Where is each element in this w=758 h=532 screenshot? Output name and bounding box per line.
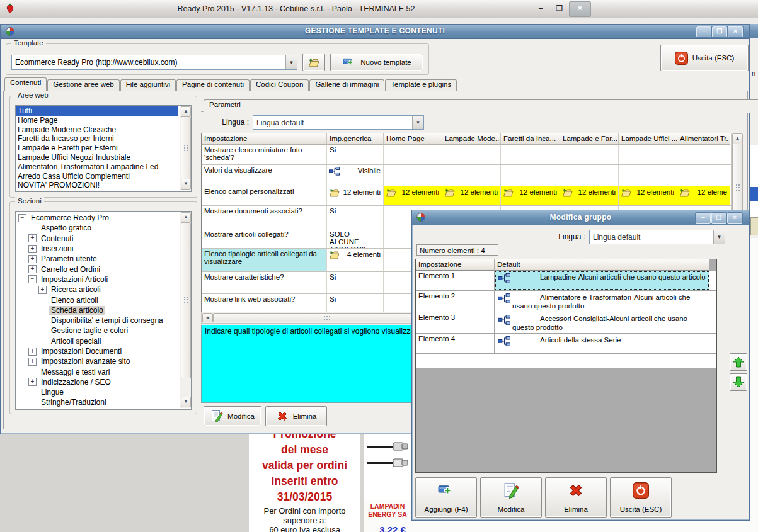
tree-item[interactable]: Messaggi e testi vari: [16, 366, 178, 376]
dialog-table-empty-row[interactable]: [416, 354, 716, 368]
setting-name-cell[interactable]: Mostrare caratteristiche?: [202, 272, 327, 293]
scroll-down-icon[interactable]: ▼: [181, 397, 191, 407]
area-value-cell[interactable]: [384, 165, 442, 186]
tab-parametri[interactable]: Parametri: [204, 99, 758, 113]
area-value-cell[interactable]: 12 elementi: [619, 186, 677, 205]
window-close-button[interactable]: ×: [728, 26, 743, 37]
area-value-cell[interactable]: [442, 165, 501, 186]
setting-name-cell[interactable]: Mostrare link web associati?: [202, 294, 327, 312]
uscita-esc--button[interactable]: Uscita (ESC): [610, 477, 672, 518]
tree-expander-icon[interactable]: +: [28, 245, 37, 253]
column-header[interactable]: Faretti da Inca...: [501, 133, 560, 145]
generic-value-cell[interactable]: SOLO ALCUNE TIPOLOGIE: [327, 229, 384, 248]
sezioni-tree[interactable]: −Ecommerce Ready ProAspetto grafico+Cont…: [15, 211, 192, 410]
tree-item[interactable]: −Ecommerce Ready Pro: [16, 213, 178, 223]
aree-web-list[interactable]: TuttiHome PageLampade Moderne ClassicheF…: [15, 105, 192, 192]
scroll-up-icon[interactable]: ▲: [732, 133, 743, 144]
tree-expander-icon[interactable]: +: [28, 265, 37, 273]
tree-item[interactable]: Pannello amministrativo: [16, 408, 178, 410]
area-value-cell[interactable]: [501, 165, 560, 186]
area-value-cell[interactable]: [560, 165, 619, 186]
setting-name-cell[interactable]: Valori da visualizzare: [202, 165, 327, 186]
area-value-cell[interactable]: [560, 145, 619, 164]
column-header[interactable]: Alimentatori Tr.: [677, 133, 730, 145]
window-maximize-button[interactable]: ❒: [712, 26, 727, 37]
tree-expander-icon[interactable]: +: [28, 255, 37, 263]
tree-item[interactable]: +Impostazioni avanzate sito: [16, 356, 178, 366]
aree-web-scrollbar[interactable]: ▲ ▼: [180, 106, 191, 190]
area-value-cell[interactable]: 12 elementi: [501, 186, 560, 205]
tree-item[interactable]: Stringhe/Traduzioni: [16, 397, 178, 407]
tree-expander-icon[interactable]: +: [28, 234, 37, 242]
table-row[interactable]: Valori da visualizzareVisibile: [202, 165, 732, 186]
list-item[interactable]: Alimentatori Trasformatori Lampadine Led: [16, 162, 178, 172]
element-value-cell[interactable]: Accessori Consigliati-Alcuni articoli ch…: [495, 312, 709, 333]
scroll-up-icon[interactable]: ▲: [181, 212, 191, 223]
dialog-lingua-select[interactable]: Lingua default ▼: [589, 230, 725, 244]
tree-item[interactable]: Articoli speciali: [16, 336, 178, 346]
tree-item[interactable]: +Impostazioni Documenti: [16, 346, 178, 356]
column-header[interactable]: Default: [495, 259, 709, 271]
column-header[interactable]: Lampade e Far...: [560, 133, 619, 145]
element-value-cell[interactable]: Alimentatore e Trasformatori-Alcuni arti…: [495, 291, 709, 312]
element-name-cell[interactable]: Elemento 1: [416, 271, 495, 290]
list-item[interactable]: Tutti: [16, 106, 178, 116]
setting-name-cell[interactable]: Mostrare elenco miniature foto 'scheda'?: [202, 145, 327, 164]
setting-name-cell[interactable]: Elenco campi personalizzati: [202, 186, 327, 205]
scrollbar-thumb[interactable]: [181, 116, 191, 180]
table-row[interactable]: Elemento 4Articoli della stessa Serie: [416, 334, 716, 354]
area-value-cell[interactable]: 12 elementi: [560, 186, 619, 205]
generic-value-cell[interactable]: Si: [327, 145, 384, 164]
element-name-cell[interactable]: Elemento 2: [416, 291, 495, 312]
list-item[interactable]: Faretti da Incasso per Interni: [16, 134, 178, 144]
area-value-cell[interactable]: [619, 145, 677, 164]
area-value-cell[interactable]: 12 eleme: [677, 186, 730, 205]
sezioni-scrollbar[interactable]: ▲ ▼: [180, 212, 191, 408]
element-value-cell[interactable]: Lampadine-Alcuni articoli che usano ques…: [495, 271, 709, 290]
area-value-cell[interactable]: 12 elementi: [442, 186, 501, 205]
tree-item[interactable]: Disponibilita' e tempi di consegna: [16, 315, 178, 325]
tree-item[interactable]: +Ricerca articoli: [16, 285, 178, 295]
table-row[interactable]: Mostrare elenco miniature foto 'scheda'?…: [202, 145, 732, 165]
app-close-button[interactable]: ×: [569, 1, 591, 17]
dialog-maximize-button[interactable]: ❒: [711, 213, 726, 224]
generic-value-cell[interactable]: Visibile: [327, 165, 384, 186]
column-header[interactable]: Imp.generica: [327, 133, 384, 145]
generic-value-cell[interactable]: 12 elementi: [327, 186, 384, 205]
app-minimize-button[interactable]: –: [533, 4, 548, 14]
scroll-up-icon[interactable]: ▲: [181, 106, 191, 117]
tab-pagine-di-contenuti[interactable]: Pagine di contenuti: [176, 79, 250, 91]
tree-expander-icon[interactable]: −: [28, 275, 37, 283]
column-header[interactable]: Impostazione: [202, 133, 327, 145]
tree-expander-icon[interactable]: +: [28, 358, 37, 366]
tab-file-aggiuntivi[interactable]: File aggiuntivi: [120, 79, 176, 91]
modifica-button[interactable]: Modifica: [204, 406, 261, 426]
column-header[interactable]: Lampade Mode...: [442, 133, 501, 145]
tree-expander-icon[interactable]: +: [38, 286, 47, 294]
area-value-cell[interactable]: [384, 145, 442, 164]
scroll-left-icon[interactable]: ◄: [202, 313, 213, 322]
table-row[interactable]: Elemento 2Alimentatore e Trasformatori-A…: [416, 291, 716, 312]
tab-gallerie-di-immagini[interactable]: Gallerie di immagini: [309, 79, 384, 91]
dialog-minimize-button[interactable]: –: [696, 213, 711, 224]
move-up-button[interactable]: [730, 353, 747, 371]
tree-item[interactable]: Scheda articolo: [16, 305, 178, 315]
column-header[interactable]: Impostazione: [416, 259, 495, 271]
list-item[interactable]: ***********: [16, 190, 178, 192]
tree-item[interactable]: +Inserzioni: [16, 244, 178, 254]
new-template-button[interactable]: Nuovo template: [330, 54, 423, 71]
scroll-down-icon[interactable]: ▼: [181, 179, 191, 190]
tree-item[interactable]: +Contenuti: [16, 234, 178, 244]
tree-item[interactable]: +Carrello ed Ordini: [16, 264, 178, 274]
tree-expander-icon[interactable]: −: [18, 214, 26, 222]
tab-gestione-aree-web[interactable]: Gestione aree web: [47, 79, 120, 91]
move-down-button[interactable]: [730, 373, 747, 391]
window-minimize-button[interactable]: –: [696, 26, 711, 37]
scrollbar-thumb[interactable]: [181, 222, 191, 378]
area-value-cell[interactable]: 12 elementi: [384, 186, 442, 205]
list-item[interactable]: Lampade Uffici Negozi Industriale: [16, 153, 178, 162]
element-name-cell[interactable]: Elemento 4: [416, 334, 495, 353]
generic-value-cell[interactable]: Si: [327, 206, 384, 229]
setting-name-cell[interactable]: Elenco tipologie articoli collegati da v…: [202, 249, 327, 271]
area-value-cell[interactable]: [677, 165, 730, 186]
